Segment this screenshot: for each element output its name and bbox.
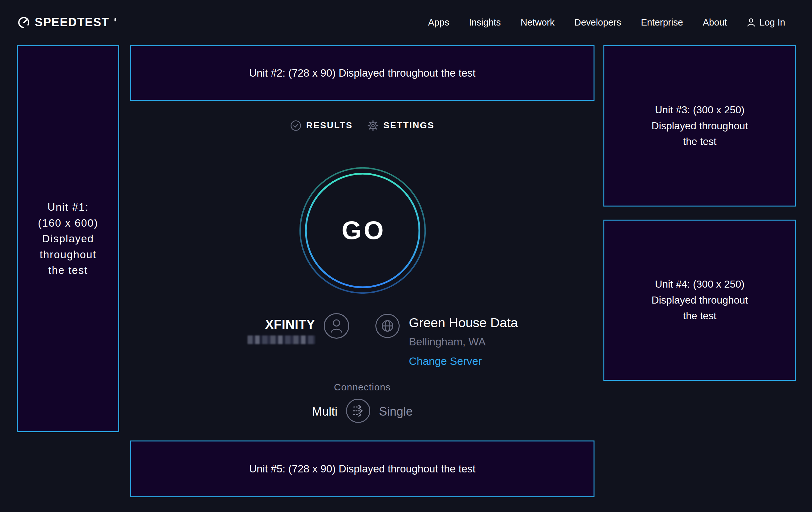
logo-trademark [115,18,116,21]
header: SPEEDTEST Apps Insights Network Develope… [0,0,812,45]
nav-item-enterprise[interactable]: Enterprise [641,17,683,28]
tab-settings-label: SETTINGS [383,120,434,131]
nav-item-about[interactable]: About [703,17,727,28]
server-block: Green House Data Bellingham, WA Change S… [363,313,594,368]
multi-arrows-icon[interactable] [346,398,371,425]
change-server-link[interactable]: Change Server [409,355,482,368]
nav-item-network[interactable]: Network [521,17,554,28]
speedometer-gauge-icon [17,16,30,29]
speedtest-page: SPEEDTEST Apps Insights Network Develope… [0,0,812,512]
main-nav: Apps Insights Network Developers Enterpr… [428,17,785,28]
ad-unit-2-text: Unit #2: (728 x 90) Displayed throughout… [249,65,475,81]
ad-unit-1-text: Unit #1: (160 x 600) Displayed throughou… [38,199,98,278]
person-in-circle-icon [323,313,350,339]
tab-settings[interactable]: SETTINGS [368,120,434,131]
tab-results-label: RESULTS [306,120,353,131]
ad-unit-4[interactable]: Unit #4: (300 x 250) Displayed throughou… [603,220,796,381]
ad-unit-2[interactable]: Unit #2: (728 x 90) Displayed throughout… [130,45,594,101]
ad-unit-5[interactable]: Unit #5: (728 x 90) Displayed throughout… [130,440,594,497]
tab-results[interactable]: RESULTS [290,120,353,131]
isp-name: XFINITY [265,317,315,332]
gear-icon [368,120,379,131]
server-location: Bellingham, WA [409,335,486,348]
isp-block: XFINITY [130,313,363,344]
provider-info: XFINITY Green Hous [130,313,594,368]
connections-single-option[interactable]: Single [379,405,413,419]
ad-unit-4-text: Unit #4: (300 x 250) Displayed throughou… [651,276,748,324]
ad-unit-3-text: Unit #3: (300 x 250) Displayed throughou… [651,102,748,150]
logo-text: SPEEDTEST [35,16,109,29]
ad-unit-3[interactable]: Unit #3: (300 x 250) Displayed throughou… [603,45,796,207]
connections-title: Connections [130,382,594,393]
login-label: Log In [759,17,785,28]
go-button[interactable]: GO [299,167,427,294]
connections-toggle: Multi Single [130,398,594,425]
speedtest-logo[interactable]: SPEEDTEST [17,16,116,29]
nav-item-insights[interactable]: Insights [469,17,501,28]
server-text-block: Green House Data Bellingham, WA Change S… [409,315,518,368]
server-name: Green House Data [409,315,518,330]
isp-text-block: XFINITY [248,317,315,344]
tab-bar: RESULTS SETTINGS [130,119,594,132]
connections-multi-option[interactable]: Multi [312,405,338,419]
go-button-label: GO [299,167,427,294]
nav-item-apps[interactable]: Apps [428,17,449,28]
ad-unit-5-text: Unit #5: (728 x 90) Displayed throughout… [249,461,475,477]
redacted-ip-address [248,335,315,344]
person-icon [747,18,756,27]
ad-unit-1[interactable]: Unit #1: (160 x 600) Displayed throughou… [17,45,119,432]
nav-item-developers[interactable]: Developers [574,17,621,28]
check-circle-icon [290,120,301,131]
globe-icon [375,314,400,339]
login-button[interactable]: Log In [747,17,785,28]
